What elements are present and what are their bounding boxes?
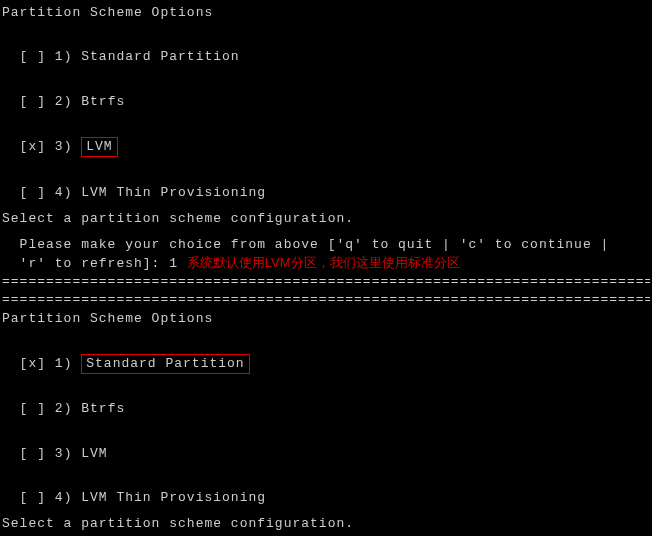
option-mark: [ ] (20, 49, 46, 64)
option-label: LVM (81, 446, 107, 461)
option-label: Btrfs (81, 401, 125, 416)
option-mark: [ ] (20, 446, 46, 461)
option-num: 1) (55, 49, 73, 64)
option-num: 3) (55, 139, 73, 154)
divider: ========================================… (2, 273, 650, 291)
option-num: 3) (55, 446, 73, 461)
divider: ========================================… (2, 291, 650, 309)
section2-title: Partition Scheme Options (2, 310, 650, 328)
option-row[interactable]: [ ] 1) Standard Partition (2, 30, 650, 66)
prompt-input-line[interactable]: 'r' to refresh]: 1 系统默认使用LVM分区，我们这里使用标准分… (2, 254, 650, 273)
option-row[interactable]: [ ] 4) LVM Thin Provisioning (2, 165, 650, 201)
option-row[interactable]: [ ] 2) Btrfs (2, 75, 650, 111)
option-row-selected[interactable]: [x] 3) LVM (2, 119, 650, 157)
selected-highlight: LVM (81, 137, 117, 157)
section1-title: Partition Scheme Options (2, 4, 650, 22)
selected-highlight: Standard Partition (81, 354, 249, 374)
option-mark: [x] (20, 356, 46, 371)
option-label: Standard Partition (81, 49, 239, 64)
option-num: 1) (55, 356, 73, 371)
option-label: Btrfs (81, 94, 125, 109)
option-label: LVM Thin Provisioning (81, 185, 266, 200)
option-row[interactable]: [ ] 4) LVM Thin Provisioning (2, 471, 650, 507)
option-label: LVM Thin Provisioning (81, 490, 266, 505)
option-row-selected[interactable]: [x] 1) Standard Partition (2, 336, 650, 374)
option-mark: [x] (20, 139, 46, 154)
prompt-prefix: 'r' to refresh]: 1 (2, 256, 187, 271)
option-mark: [ ] (20, 401, 46, 416)
prompt-intro: Select a partition scheme configuration. (2, 515, 650, 533)
option-mark: [ ] (20, 185, 46, 200)
annotation-text: 系统默认使用LVM分区，我们这里使用标准分区 (187, 255, 460, 270)
option-mark: [ ] (20, 490, 46, 505)
option-row[interactable]: [ ] 2) Btrfs (2, 382, 650, 418)
prompt-line1: Please make your choice from above ['q' … (2, 236, 650, 254)
option-row[interactable]: [ ] 3) LVM (2, 427, 650, 463)
option-num: 2) (55, 94, 73, 109)
prompt-intro: Select a partition scheme configuration. (2, 210, 650, 228)
option-num: 4) (55, 490, 73, 505)
option-num: 4) (55, 185, 73, 200)
option-num: 2) (55, 401, 73, 416)
option-mark: [ ] (20, 94, 46, 109)
